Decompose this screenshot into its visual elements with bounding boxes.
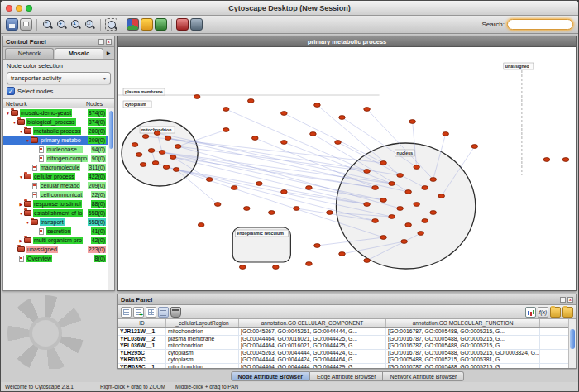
network-node[interactable] [273, 265, 280, 270]
zoom-actual-icon[interactable]: 1 [69, 18, 82, 31]
zoom-selected-icon[interactable] [105, 18, 117, 31]
tree-row[interactable]: cell communicat22(0) [3, 190, 114, 199]
network-node[interactable] [430, 178, 437, 182]
network-edge[interactable] [173, 157, 366, 204]
tree-row[interactable]: ▼cellular process422(0) [3, 172, 114, 181]
network-node[interactable] [339, 252, 346, 256]
tree-row[interactable]: ▼primary metabo209(0) [3, 136, 114, 145]
network-node[interactable] [269, 211, 275, 215]
tree-scrollbar[interactable] [108, 108, 114, 290]
network-node[interactable] [543, 158, 550, 162]
close-window-button[interactable] [6, 5, 12, 12]
attribute-select-icon[interactable] [121, 307, 132, 318]
network-node[interactable] [422, 219, 428, 223]
zoom-fit-icon[interactable]: □ [84, 18, 96, 31]
disclosure-triangle-icon[interactable]: ▼ [18, 211, 24, 216]
network-node[interactable] [194, 95, 200, 99]
layout-icon[interactable] [155, 18, 167, 31]
network-node[interactable] [409, 120, 416, 124]
column-header[interactable]: _cellularLayoutRegion [166, 319, 239, 327]
network-node[interactable] [405, 223, 412, 227]
network-node[interactable] [256, 182, 263, 186]
tree-row[interactable]: unassigned223(0) [3, 245, 114, 254]
tab-node-attribute-browser[interactable]: Node Attribute Browser [231, 371, 310, 381]
network-node[interactable] [173, 168, 179, 172]
network-node[interactable] [306, 262, 313, 266]
network-node[interactable] [148, 149, 155, 153]
network-node[interactable] [364, 108, 371, 112]
network-node[interactable] [405, 190, 412, 194]
network-node[interactable] [364, 170, 371, 174]
network-node[interactable] [247, 99, 254, 103]
network-node[interactable] [314, 244, 321, 248]
tree-row[interactable]: ▼establishment of lo558(0) [3, 208, 114, 218]
network-node[interactable] [414, 203, 420, 207]
zoom-out-icon[interactable]: − [41, 18, 54, 31]
import-attributes-icon[interactable] [550, 307, 561, 318]
disclosure-triangle-icon[interactable]: ▼ [18, 174, 24, 179]
tree-header-nodes[interactable]: Nodes [84, 99, 114, 108]
tree-row[interactable]: nucleobase...94(0) [3, 145, 114, 154]
network-node[interactable] [414, 165, 420, 170]
float-panel-button[interactable] [98, 39, 104, 45]
load-attributes-icon[interactable] [562, 307, 573, 318]
tree-row[interactable]: ▼metabolic process280(0) [3, 127, 114, 136]
network-node[interactable] [443, 132, 449, 136]
network-node[interactable] [380, 198, 387, 203]
network-node[interactable] [170, 155, 176, 160]
network-node[interactable] [159, 151, 165, 155]
tab-mosaic[interactable]: Mosaic [55, 48, 103, 59]
network-node[interactable] [165, 136, 171, 141]
network-node[interactable] [438, 194, 445, 198]
network-node[interactable] [380, 236, 387, 240]
filter-icon[interactable] [176, 18, 189, 31]
network-node[interactable] [163, 165, 170, 170]
network-node[interactable] [397, 207, 404, 211]
network-node[interactable] [281, 112, 288, 116]
tab-edge-attribute-browser[interactable]: Edge Attribute Browser [310, 371, 384, 381]
search-input[interactable] [507, 19, 573, 30]
tree-row[interactable]: ▼biological_process874(0) [3, 117, 114, 127]
network-node[interactable] [418, 232, 424, 236]
table-row[interactable]: YDR039C__1mitochondrion[GO:0044464, GO:0… [118, 364, 576, 369]
table-scrollbar[interactable] [568, 319, 576, 368]
zoom-window-button[interactable] [26, 5, 32, 12]
tab-network[interactable]: Network [5, 48, 54, 59]
network-node[interactable] [198, 223, 204, 227]
network-node[interactable] [251, 136, 258, 141]
attribute-copy-icon[interactable] [146, 307, 156, 318]
network-node[interactable] [364, 259, 371, 263]
network-node[interactable] [339, 116, 346, 120]
tree-row[interactable]: ▶response to stimul88(0) [3, 199, 114, 208]
disclosure-triangle-icon[interactable]: ▼ [18, 129, 24, 134]
network-node[interactable] [422, 186, 428, 190]
network-view-titlebar[interactable]: primary metabolic process [118, 36, 576, 47]
save-icon[interactable] [6, 18, 18, 31]
attribute-graph-icon[interactable] [525, 307, 536, 318]
table-row[interactable]: YKR052Ccytoplasm[GO:0044444, GO:0044424,… [118, 356, 576, 364]
disclosure-triangle-icon[interactable]: ▼ [12, 120, 17, 125]
network-node[interactable] [364, 203, 371, 207]
attribute-stack-icon[interactable] [158, 307, 169, 318]
tree-row[interactable]: cellular metabo209(0) [3, 181, 114, 190]
attribute-create-icon[interactable] [133, 307, 144, 318]
network-node[interactable] [214, 203, 221, 207]
network-node[interactable] [175, 145, 181, 149]
network-node[interactable] [327, 211, 333, 215]
network-node[interactable] [239, 265, 246, 270]
network-edge[interactable] [176, 170, 366, 204]
network-node[interactable] [314, 103, 321, 108]
column-header[interactable]: annotation.GO MOLECULAR_FUNCTION [386, 319, 540, 327]
zoom-in-icon[interactable]: + [55, 18, 68, 31]
table-row[interactable]: YPL036W__1mitochondrion[GO:0044464, GO:0… [118, 342, 576, 350]
network-node[interactable] [401, 240, 408, 244]
tree-row[interactable]: ▶multi-organism pro42(0) [3, 236, 114, 245]
node-color-dropdown[interactable]: transporter activity ▼ [7, 72, 111, 84]
network-node[interactable] [389, 182, 395, 186]
table-row[interactable]: YJR121W__1mitochondrion[GO:0045267, GO:0… [118, 328, 576, 336]
tree-row[interactable]: macromolecule311(0) [3, 163, 114, 172]
disclosure-triangle-icon[interactable]: ▼ [25, 220, 31, 225]
network-node[interactable] [430, 211, 437, 215]
table-row[interactable]: YPL036W__2plasma membrane[GO:0044464, GO… [118, 336, 576, 343]
table-row[interactable]: YLR295Ccytoplasm[GO:0045263, GO:0044444,… [118, 350, 576, 357]
